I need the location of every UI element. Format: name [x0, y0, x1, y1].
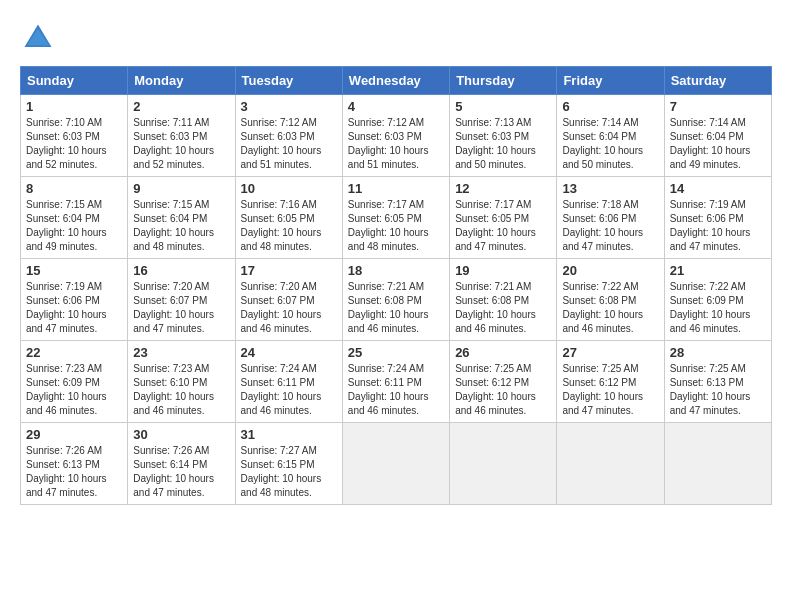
day-info: Sunrise: 7:12 AMSunset: 6:03 PMDaylight:… — [241, 116, 337, 172]
day-info: Sunrise: 7:15 AMSunset: 6:04 PMDaylight:… — [133, 198, 229, 254]
day-info: Sunrise: 7:17 AMSunset: 6:05 PMDaylight:… — [455, 198, 551, 254]
day-info: Sunrise: 7:26 AMSunset: 6:13 PMDaylight:… — [26, 444, 122, 500]
day-info: Sunrise: 7:18 AMSunset: 6:06 PMDaylight:… — [562, 198, 658, 254]
day-number: 25 — [348, 345, 444, 360]
calendar-cell: 25Sunrise: 7:24 AMSunset: 6:11 PMDayligh… — [342, 341, 449, 423]
calendar-cell: 20Sunrise: 7:22 AMSunset: 6:08 PMDayligh… — [557, 259, 664, 341]
day-number: 26 — [455, 345, 551, 360]
day-info: Sunrise: 7:11 AMSunset: 6:03 PMDaylight:… — [133, 116, 229, 172]
calendar-cell: 28Sunrise: 7:25 AMSunset: 6:13 PMDayligh… — [664, 341, 771, 423]
day-number: 16 — [133, 263, 229, 278]
calendar-cell: 18Sunrise: 7:21 AMSunset: 6:08 PMDayligh… — [342, 259, 449, 341]
day-number: 6 — [562, 99, 658, 114]
calendar-row-4: 22Sunrise: 7:23 AMSunset: 6:09 PMDayligh… — [21, 341, 772, 423]
calendar-cell: 30Sunrise: 7:26 AMSunset: 6:14 PMDayligh… — [128, 423, 235, 505]
day-info: Sunrise: 7:23 AMSunset: 6:09 PMDaylight:… — [26, 362, 122, 418]
calendar-cell: 16Sunrise: 7:20 AMSunset: 6:07 PMDayligh… — [128, 259, 235, 341]
day-info: Sunrise: 7:19 AMSunset: 6:06 PMDaylight:… — [26, 280, 122, 336]
day-number: 13 — [562, 181, 658, 196]
day-number: 9 — [133, 181, 229, 196]
day-info: Sunrise: 7:23 AMSunset: 6:10 PMDaylight:… — [133, 362, 229, 418]
day-number: 30 — [133, 427, 229, 442]
weekday-monday: Monday — [128, 67, 235, 95]
day-number: 8 — [26, 181, 122, 196]
calendar-cell: 17Sunrise: 7:20 AMSunset: 6:07 PMDayligh… — [235, 259, 342, 341]
day-info: Sunrise: 7:16 AMSunset: 6:05 PMDaylight:… — [241, 198, 337, 254]
day-info: Sunrise: 7:15 AMSunset: 6:04 PMDaylight:… — [26, 198, 122, 254]
day-number: 12 — [455, 181, 551, 196]
calendar-cell: 4Sunrise: 7:12 AMSunset: 6:03 PMDaylight… — [342, 95, 449, 177]
weekday-sunday: Sunday — [21, 67, 128, 95]
day-number: 10 — [241, 181, 337, 196]
calendar-body: 1Sunrise: 7:10 AMSunset: 6:03 PMDaylight… — [21, 95, 772, 505]
day-number: 24 — [241, 345, 337, 360]
day-number: 7 — [670, 99, 766, 114]
day-info: Sunrise: 7:17 AMSunset: 6:05 PMDaylight:… — [348, 198, 444, 254]
day-number: 17 — [241, 263, 337, 278]
calendar-cell: 11Sunrise: 7:17 AMSunset: 6:05 PMDayligh… — [342, 177, 449, 259]
calendar-cell: 31Sunrise: 7:27 AMSunset: 6:15 PMDayligh… — [235, 423, 342, 505]
day-info: Sunrise: 7:14 AMSunset: 6:04 PMDaylight:… — [562, 116, 658, 172]
calendar-cell: 1Sunrise: 7:10 AMSunset: 6:03 PMDaylight… — [21, 95, 128, 177]
day-number: 23 — [133, 345, 229, 360]
day-info: Sunrise: 7:21 AMSunset: 6:08 PMDaylight:… — [348, 280, 444, 336]
calendar-cell: 12Sunrise: 7:17 AMSunset: 6:05 PMDayligh… — [450, 177, 557, 259]
day-info: Sunrise: 7:27 AMSunset: 6:15 PMDaylight:… — [241, 444, 337, 500]
calendar-cell: 23Sunrise: 7:23 AMSunset: 6:10 PMDayligh… — [128, 341, 235, 423]
calendar-cell: 29Sunrise: 7:26 AMSunset: 6:13 PMDayligh… — [21, 423, 128, 505]
calendar-row-2: 8Sunrise: 7:15 AMSunset: 6:04 PMDaylight… — [21, 177, 772, 259]
calendar-cell: 13Sunrise: 7:18 AMSunset: 6:06 PMDayligh… — [557, 177, 664, 259]
calendar-cell: 8Sunrise: 7:15 AMSunset: 6:04 PMDaylight… — [21, 177, 128, 259]
day-number: 28 — [670, 345, 766, 360]
day-number: 14 — [670, 181, 766, 196]
day-info: Sunrise: 7:22 AMSunset: 6:09 PMDaylight:… — [670, 280, 766, 336]
calendar-cell: 27Sunrise: 7:25 AMSunset: 6:12 PMDayligh… — [557, 341, 664, 423]
day-info: Sunrise: 7:26 AMSunset: 6:14 PMDaylight:… — [133, 444, 229, 500]
weekday-friday: Friday — [557, 67, 664, 95]
calendar-cell: 14Sunrise: 7:19 AMSunset: 6:06 PMDayligh… — [664, 177, 771, 259]
day-number: 2 — [133, 99, 229, 114]
day-info: Sunrise: 7:13 AMSunset: 6:03 PMDaylight:… — [455, 116, 551, 172]
calendar-row-3: 15Sunrise: 7:19 AMSunset: 6:06 PMDayligh… — [21, 259, 772, 341]
weekday-tuesday: Tuesday — [235, 67, 342, 95]
calendar-cell: 6Sunrise: 7:14 AMSunset: 6:04 PMDaylight… — [557, 95, 664, 177]
day-number: 5 — [455, 99, 551, 114]
day-number: 11 — [348, 181, 444, 196]
calendar-cell: 26Sunrise: 7:25 AMSunset: 6:12 PMDayligh… — [450, 341, 557, 423]
day-number: 18 — [348, 263, 444, 278]
day-info: Sunrise: 7:20 AMSunset: 6:07 PMDaylight:… — [241, 280, 337, 336]
day-number: 20 — [562, 263, 658, 278]
calendar-cell: 15Sunrise: 7:19 AMSunset: 6:06 PMDayligh… — [21, 259, 128, 341]
calendar-cell — [450, 423, 557, 505]
day-number: 4 — [348, 99, 444, 114]
day-info: Sunrise: 7:25 AMSunset: 6:12 PMDaylight:… — [455, 362, 551, 418]
day-info: Sunrise: 7:12 AMSunset: 6:03 PMDaylight:… — [348, 116, 444, 172]
day-info: Sunrise: 7:24 AMSunset: 6:11 PMDaylight:… — [348, 362, 444, 418]
calendar-cell: 24Sunrise: 7:24 AMSunset: 6:11 PMDayligh… — [235, 341, 342, 423]
calendar-row-5: 29Sunrise: 7:26 AMSunset: 6:13 PMDayligh… — [21, 423, 772, 505]
calendar-cell: 19Sunrise: 7:21 AMSunset: 6:08 PMDayligh… — [450, 259, 557, 341]
calendar-cell: 5Sunrise: 7:13 AMSunset: 6:03 PMDaylight… — [450, 95, 557, 177]
weekday-thursday: Thursday — [450, 67, 557, 95]
day-number: 3 — [241, 99, 337, 114]
calendar-cell — [557, 423, 664, 505]
day-number: 29 — [26, 427, 122, 442]
day-number: 15 — [26, 263, 122, 278]
day-info: Sunrise: 7:20 AMSunset: 6:07 PMDaylight:… — [133, 280, 229, 336]
calendar-cell: 7Sunrise: 7:14 AMSunset: 6:04 PMDaylight… — [664, 95, 771, 177]
day-info: Sunrise: 7:14 AMSunset: 6:04 PMDaylight:… — [670, 116, 766, 172]
calendar-row-1: 1Sunrise: 7:10 AMSunset: 6:03 PMDaylight… — [21, 95, 772, 177]
weekday-header-row: SundayMondayTuesdayWednesdayThursdayFrid… — [21, 67, 772, 95]
calendar-cell: 10Sunrise: 7:16 AMSunset: 6:05 PMDayligh… — [235, 177, 342, 259]
day-info: Sunrise: 7:10 AMSunset: 6:03 PMDaylight:… — [26, 116, 122, 172]
logo — [20, 20, 60, 56]
day-number: 22 — [26, 345, 122, 360]
calendar-cell — [342, 423, 449, 505]
calendar: SundayMondayTuesdayWednesdayThursdayFrid… — [20, 66, 772, 505]
day-number: 1 — [26, 99, 122, 114]
calendar-cell — [664, 423, 771, 505]
page-header — [20, 20, 772, 56]
calendar-cell: 9Sunrise: 7:15 AMSunset: 6:04 PMDaylight… — [128, 177, 235, 259]
day-info: Sunrise: 7:21 AMSunset: 6:08 PMDaylight:… — [455, 280, 551, 336]
day-info: Sunrise: 7:25 AMSunset: 6:13 PMDaylight:… — [670, 362, 766, 418]
